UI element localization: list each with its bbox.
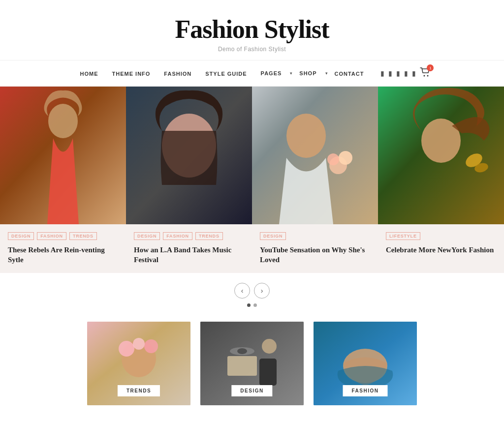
article-image-svg-1 bbox=[0, 87, 126, 224]
svg-rect-21 bbox=[227, 356, 257, 376]
bottom-card-trends[interactable]: TRENDS bbox=[87, 322, 190, 405]
svg-point-10 bbox=[327, 153, 339, 165]
article-image-svg-4 bbox=[378, 87, 504, 224]
nav-item-styleguide[interactable]: STYLE GUIDE bbox=[198, 69, 253, 78]
article-image-3 bbox=[252, 87, 378, 224]
nav-link-home[interactable]: HOME bbox=[73, 71, 105, 77]
carousel-next-button[interactable]: › bbox=[254, 283, 270, 299]
article-title-4[interactable]: Celebrate More NewYork Fashion bbox=[386, 245, 496, 255]
svg-point-3 bbox=[48, 104, 78, 138]
svg-point-17 bbox=[119, 341, 134, 357]
cart-badge: 1 bbox=[427, 64, 434, 71]
article-content-1: DESIGN FASHION TRENDS These Rebels Are R… bbox=[0, 224, 126, 273]
nav-link-shop[interactable]: SHOP bbox=[292, 70, 323, 76]
nav-links-list: HOME THEME INFO FASHION STYLE GUIDE PAGE… bbox=[73, 69, 371, 78]
carousel-dot-2[interactable] bbox=[253, 303, 257, 307]
site-title: Fashion Stylist bbox=[10, 15, 494, 44]
bottom-card-label-2: DESIGN bbox=[231, 385, 272, 396]
article-tags-3: DESIGN bbox=[260, 232, 370, 240]
article-image-1 bbox=[0, 87, 126, 224]
carousel-prev-button[interactable]: ‹ bbox=[234, 283, 250, 299]
bottom-card-label-1: TRENDS bbox=[118, 385, 160, 396]
nav-item-themeinfo[interactable]: THEME INFO bbox=[105, 69, 158, 78]
tag-design-2[interactable]: DESIGN bbox=[134, 232, 160, 240]
article-card-4: LIFESTYLE Celebrate More NewYork Fashion bbox=[378, 87, 504, 273]
nav-item-fashion[interactable]: FASHION bbox=[157, 69, 198, 78]
article-card-3: DESIGN YouTube Sensation on Why She's Lo… bbox=[252, 87, 378, 273]
carousel-dots bbox=[247, 303, 257, 307]
site-header: Fashion Stylist Demo of Fashion Stylist bbox=[0, 0, 504, 60]
x-icon[interactable]: ▮ bbox=[412, 69, 416, 77]
bottom-card-design[interactable]: DESIGN bbox=[200, 322, 304, 405]
nav-link-fashion[interactable]: FASHION bbox=[157, 71, 198, 77]
article-tags-2: DESIGN FASHION TRENDS bbox=[134, 232, 244, 240]
svg-point-19 bbox=[133, 338, 145, 350]
article-title-1[interactable]: These Rebels Are Rein-venting Sytle bbox=[8, 245, 118, 265]
carousel-controls: ‹ › bbox=[0, 273, 504, 312]
site-tagline: Demo of Fashion Stylist bbox=[10, 46, 494, 53]
article-title-3[interactable]: YouTube Sensation on Why She's Loved bbox=[260, 245, 370, 265]
svg-point-24 bbox=[237, 348, 247, 354]
tag-design-1[interactable]: DESIGN bbox=[8, 232, 34, 240]
nav-item-pages[interactable]: PAGES ▾ bbox=[254, 70, 293, 76]
facebook-icon[interactable]: ▮ bbox=[380, 69, 384, 77]
article-content-2: DESIGN FASHION TRENDS How an L.A Band Ta… bbox=[126, 224, 252, 273]
tag-lifestyle-4[interactable]: LIFESTYLE bbox=[386, 232, 420, 240]
nav-item-shop[interactable]: SHOP ▾ bbox=[292, 70, 327, 76]
nav-link-themeinfo[interactable]: THEME INFO bbox=[105, 71, 158, 77]
article-image-4 bbox=[378, 87, 504, 224]
article-image-svg-3 bbox=[252, 87, 378, 224]
nav-link-styleguide[interactable]: STYLE GUIDE bbox=[198, 71, 253, 77]
article-image-2 bbox=[126, 87, 252, 224]
nav-item-home[interactable]: HOME bbox=[73, 69, 105, 78]
instagram-icon[interactable]: ▮ bbox=[396, 69, 400, 77]
bottom-cards-section: TRENDS DESIGN bbox=[0, 312, 504, 421]
tag-trends-1[interactable]: TRENDS bbox=[69, 232, 97, 240]
tag-design-3[interactable]: DESIGN bbox=[260, 232, 286, 240]
tag-fashion-1[interactable]: FASHION bbox=[37, 232, 66, 240]
svg-point-7 bbox=[286, 114, 326, 158]
svg-point-9 bbox=[339, 151, 352, 165]
carousel-arrows: ‹ › bbox=[234, 283, 270, 299]
article-title-2[interactable]: How an L.A Band Takes Music Festival bbox=[134, 245, 244, 265]
articles-carousel: DESIGN FASHION TRENDS These Rebels Are R… bbox=[0, 87, 504, 273]
article-tags-4: LIFESTYLE bbox=[386, 232, 496, 240]
tag-fashion-2[interactable]: FASHION bbox=[163, 232, 192, 240]
article-card-2: DESIGN FASHION TRENDS How an L.A Band Ta… bbox=[126, 87, 252, 273]
article-content-3: DESIGN YouTube Sensation on Why She's Lo… bbox=[252, 224, 378, 273]
bottom-card-fashion[interactable]: FASHION bbox=[314, 322, 417, 405]
pinterest-icon[interactable]: ▮ bbox=[404, 69, 408, 77]
svg-rect-22 bbox=[259, 359, 277, 386]
cart-button[interactable]: 1 bbox=[420, 67, 431, 79]
nav-link-pages[interactable]: PAGES bbox=[254, 70, 289, 76]
bottom-card-label-3: FASHION bbox=[343, 385, 388, 396]
article-card-1: DESIGN FASHION TRENDS These Rebels Are R… bbox=[0, 87, 126, 273]
svg-point-25 bbox=[262, 339, 277, 354]
article-image-svg-2 bbox=[126, 87, 252, 224]
nav-link-contact[interactable]: CONTACT bbox=[328, 71, 371, 77]
svg-point-0 bbox=[424, 75, 425, 77]
svg-point-18 bbox=[144, 339, 158, 353]
twitter-icon[interactable]: ▮ bbox=[388, 69, 392, 77]
tag-trends-2[interactable]: TRENDS bbox=[195, 232, 223, 240]
main-navigation: HOME THEME INFO FASHION STYLE GUIDE PAGE… bbox=[0, 60, 504, 87]
article-tags-1: DESIGN FASHION TRENDS bbox=[8, 232, 118, 240]
carousel-dot-1[interactable] bbox=[247, 303, 251, 307]
social-links: ▮ ▮ ▮ ▮ ▮ 1 bbox=[380, 67, 431, 79]
article-content-4: LIFESTYLE Celebrate More NewYork Fashion bbox=[378, 224, 504, 263]
svg-point-1 bbox=[427, 75, 429, 77]
nav-item-contact[interactable]: CONTACT bbox=[328, 69, 371, 78]
